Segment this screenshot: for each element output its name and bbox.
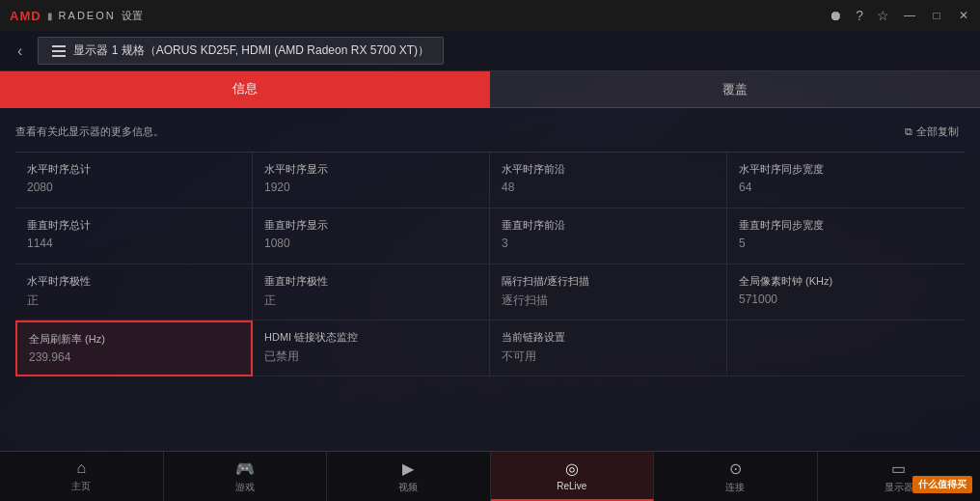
info-cell-10: 隔行扫描/逐行扫描 逐行扫描	[490, 264, 727, 320]
cell-value: 48	[502, 181, 715, 194]
bottom-nav: ⌂ 主页 🎮 游戏 ▶ 视频 ◎ ReLive ⊙ 连接 ▭ 显示器	[0, 451, 980, 501]
games-icon: 🎮	[235, 459, 255, 478]
star-icon[interactable]: ☆	[877, 8, 889, 23]
info-cell-8: 水平时序极性 正	[15, 264, 253, 320]
bottom-nav-home[interactable]: ⌂ 主页	[0, 452, 164, 501]
help-icon[interactable]: ?	[856, 8, 863, 23]
info-cell-3: 水平时序同步宽度 64	[727, 153, 965, 209]
cell-value: 已禁用	[264, 348, 477, 365]
info-cell-14: 当前链路设置 不可用	[490, 320, 727, 376]
nav-title: 显示器 1 规格（AORUS KD25F, HDMI (AMD Radeon R…	[73, 42, 429, 59]
cell-label: HDMI 链接状态监控	[264, 330, 477, 345]
cell-value: 不可用	[502, 348, 715, 365]
nav-label-video: 视频	[398, 481, 418, 494]
info-cell-7: 垂直时序同步宽度 5	[727, 209, 965, 264]
copy-icon: ⧉	[905, 125, 912, 138]
bottom-nav-video[interactable]: ▶ 视频	[327, 452, 491, 501]
cell-label: 全局刷新率 (Hz)	[29, 332, 239, 347]
cell-label: 垂直时序前沿	[502, 218, 715, 233]
title-bar: AMD ▮ RADEON 设置 ⏺ ? ☆ — □ ✕	[0, 0, 980, 31]
info-cell-11: 全局像素时钟 (KHz) 571000	[727, 264, 965, 320]
back-button[interactable]: ‹	[12, 39, 28, 64]
info-cell-15	[727, 320, 965, 376]
cell-label: 水平时序总计	[27, 162, 240, 177]
relive-icon: ◎	[565, 459, 579, 478]
cell-label: 当前链路设置	[502, 330, 715, 345]
cell-value: 正	[27, 292, 240, 309]
cell-value: 逐行扫描	[502, 292, 715, 309]
menu-icon	[52, 45, 66, 57]
record-icon[interactable]: ⏺	[829, 8, 842, 23]
cell-value: 1144	[27, 237, 240, 250]
info-cell-1: 水平时序显示 1920	[253, 153, 490, 209]
nav-label-relive: ReLive	[557, 481, 586, 491]
cell-value: 571000	[739, 292, 953, 306]
cell-value: 正	[264, 292, 477, 309]
app-window: AMD ▮ RADEON 设置 ⏺ ? ☆ — □ ✕ ‹ 显示器 1 规格（A…	[0, 0, 980, 501]
info-cell-6: 垂直时序前沿 3	[490, 209, 727, 264]
cell-value: 5	[739, 237, 953, 250]
nav-title-box: 显示器 1 规格（AORUS KD25F, HDMI (AMD Radeon R…	[38, 37, 444, 65]
connect-icon: ⊙	[729, 459, 742, 478]
cell-value: 3	[502, 237, 715, 250]
cell-label: 垂直时序极性	[264, 274, 477, 289]
cell-label: 垂直时序显示	[264, 218, 477, 233]
info-cell-12: 全局刷新率 (Hz) 239.964	[15, 320, 253, 376]
content-area: 查看有关此显示器的更多信息。 ⧉ 全部复制 水平时序总计 2080 水平时序显示…	[0, 108, 980, 451]
nav-label-display: 显示器	[885, 481, 913, 494]
info-cell-2: 水平时序前沿 48	[490, 153, 727, 209]
amd-logo: AMD	[10, 9, 41, 23]
info-cell-13: HDMI 链接状态监控 已禁用	[253, 320, 490, 376]
cell-label: 水平时序同步宽度	[739, 162, 953, 177]
cell-label: 全局像素时钟 (KHz)	[739, 274, 953, 289]
cell-label: 水平时序前沿	[502, 162, 715, 177]
bottom-nav-relive[interactable]: ◎ ReLive	[491, 452, 655, 501]
home-icon: ⌂	[76, 459, 86, 477]
nav-label-home: 主页	[71, 480, 91, 493]
info-grid: 水平时序总计 2080 水平时序显示 1920 水平时序前沿 48 水平时序同步…	[15, 152, 965, 376]
cell-label: 水平时序极性	[27, 274, 240, 289]
cell-label: 隔行扫描/逐行扫描	[502, 274, 715, 289]
content-description: 查看有关此显示器的更多信息。	[15, 125, 164, 139]
cell-label: 水平时序显示	[264, 162, 477, 177]
cell-value: 239.964	[29, 350, 239, 364]
minimize-button[interactable]: —	[903, 9, 916, 22]
settings-label: 设置	[122, 9, 143, 23]
info-cell-0: 水平时序总计 2080	[15, 153, 253, 209]
nav-bar: ‹ 显示器 1 规格（AORUS KD25F, HDMI (AMD Radeon…	[0, 31, 980, 71]
title-bar-left: AMD ▮ RADEON 设置	[10, 9, 829, 23]
cell-label: 垂直时序同步宽度	[739, 218, 953, 233]
info-cell-9: 垂直时序极性 正	[253, 264, 490, 320]
video-icon: ▶	[402, 459, 414, 478]
display-icon: ▭	[891, 459, 906, 478]
tab-info[interactable]: 信息	[0, 71, 490, 108]
nav-label-connect: 连接	[725, 481, 745, 494]
copy-all-button[interactable]: ⧉ 全部复制	[899, 122, 965, 142]
content-header: 查看有关此显示器的更多信息。 ⧉ 全部复制	[15, 116, 965, 148]
cell-value: 2080	[27, 181, 240, 194]
info-cell-4: 垂直时序总计 1144	[15, 209, 253, 264]
cell-value: 1920	[264, 181, 477, 194]
tab-overlay[interactable]: 覆盖	[490, 71, 980, 108]
cell-label: 垂直时序总计	[27, 218, 240, 233]
bottom-nav-games[interactable]: 🎮 游戏	[164, 452, 328, 501]
close-button[interactable]: ✕	[957, 9, 970, 22]
watermark: 什么值得买	[912, 476, 972, 493]
nav-label-games: 游戏	[235, 481, 255, 494]
maximize-button[interactable]: □	[930, 9, 943, 22]
cell-value: 64	[739, 181, 953, 194]
bottom-nav-connect[interactable]: ⊙ 连接	[654, 452, 818, 501]
title-bar-controls: ⏺ ? ☆ — □ ✕	[829, 8, 970, 23]
tabs-bar: 信息 覆盖	[0, 71, 980, 108]
cell-value: 1080	[264, 237, 477, 250]
info-cell-5: 垂直时序显示 1080	[253, 209, 490, 264]
radeon-label: RADEON	[59, 10, 116, 21]
